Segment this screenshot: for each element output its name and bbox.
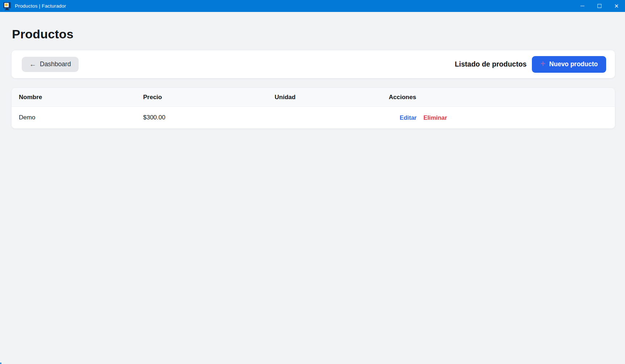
edit-link[interactable]: Editar bbox=[400, 114, 417, 121]
cell-acciones: Editar Eliminar bbox=[389, 114, 615, 121]
cell-precio: $300.00 bbox=[143, 114, 275, 121]
column-header-acciones: Acciones bbox=[389, 94, 615, 101]
maximize-icon bbox=[597, 4, 601, 8]
column-header-precio: Precio bbox=[143, 94, 275, 101]
left-arrow-icon: ← bbox=[29, 61, 36, 68]
dashboard-back-label: Dashboard bbox=[40, 60, 71, 68]
app-icon bbox=[3, 2, 11, 10]
minimize-button[interactable] bbox=[574, 0, 591, 12]
toolbar-card: ← Dashboard Listado de productos + Nuevo… bbox=[12, 50, 615, 78]
table-row: Demo $300.00 Editar Eliminar bbox=[12, 107, 615, 128]
maximize-button[interactable] bbox=[591, 0, 608, 12]
products-table: Nombre Precio Unidad Acciones Demo $300.… bbox=[12, 88, 615, 128]
cell-nombre: Demo bbox=[19, 114, 143, 121]
new-product-button[interactable]: + Nuevo producto bbox=[532, 56, 606, 73]
corner-artifact bbox=[0, 363, 1, 364]
list-title: Listado de productos bbox=[455, 60, 526, 68]
new-product-label: Nuevo producto bbox=[549, 60, 598, 68]
close-button[interactable]: ✕ bbox=[608, 0, 625, 12]
table-header-row: Nombre Precio Unidad Acciones bbox=[12, 88, 615, 107]
column-header-unidad: Unidad bbox=[275, 94, 389, 101]
window-title: Productos | Facturador bbox=[15, 3, 66, 9]
column-header-nombre: Nombre bbox=[19, 94, 143, 101]
window-titlebar: Productos | Facturador ✕ bbox=[0, 0, 625, 12]
page-title: Productos bbox=[12, 27, 625, 41]
plus-icon: + bbox=[540, 60, 545, 68]
dashboard-back-button[interactable]: ← Dashboard bbox=[22, 57, 79, 72]
toolbar-right-group: Listado de productos + Nuevo producto bbox=[455, 56, 606, 73]
close-icon: ✕ bbox=[614, 3, 619, 9]
delete-link[interactable]: Eliminar bbox=[424, 114, 447, 121]
minimize-icon bbox=[580, 6, 584, 6]
